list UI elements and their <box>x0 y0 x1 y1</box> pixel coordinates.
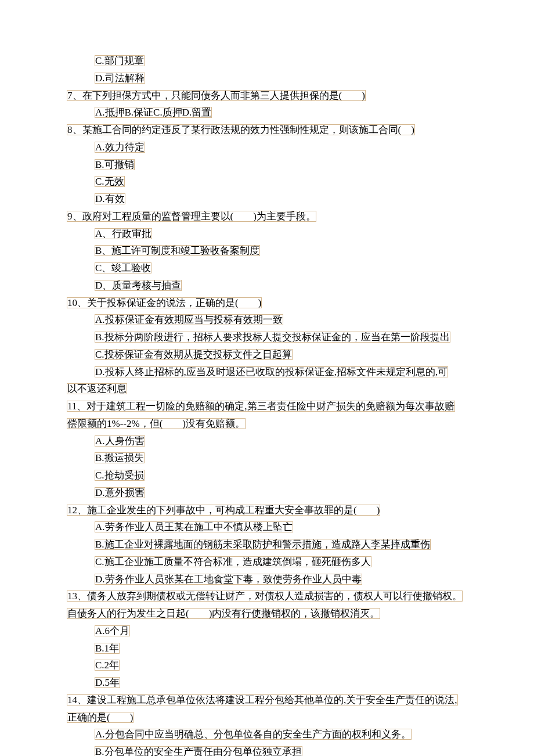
question-14-stem-l2: 正确的是( ) <box>67 712 134 723</box>
question-13-stem-l1: 13、债务人放弃到期债权或无偿转让财产，对债权人造成损害的，债权人可以行使撤销权… <box>67 591 463 602</box>
option-12b: B.施工企业对裸露地面的钢筋未采取防护和警示措施，造成路人李某摔成重伤 <box>95 539 431 550</box>
option-12a: A.劳务作业人员王某在施工中不慎从楼上坠亡 <box>95 521 293 532</box>
option-9c: C、竣工验收 <box>95 262 151 273</box>
option-10b: B.投标分两阶段进行，招标人要求投标人提交投标保证金的，应当在第一阶段提出 <box>95 332 450 343</box>
option-14a: A.分包合同中应当明确总、分包单位各自的安全生产方面的权利和义务。 <box>95 729 412 740</box>
question-11-stem-l1: 11、对于建筑工程一切险的免赔额的确定,第三者责任险中财产损失的免赔额为每次事故… <box>67 401 455 412</box>
option-11d: D.意外损害 <box>95 487 145 498</box>
option-9a: A、行政审批 <box>95 228 152 239</box>
option-13d: D.5年 <box>95 677 120 688</box>
option-8c: C.无效 <box>95 176 125 187</box>
option-8b: B.可撤销 <box>95 159 135 170</box>
question-8-stem: 8、某施工合同的约定违反了某行政法规的效力性强制性规定，则该施工合同( ) <box>67 124 415 135</box>
option-8a: A.效力待定 <box>95 142 145 153</box>
question-14-stem-l1: 14、建设工程施工总承包单位依法将建设工程分包给其他单位的,关于安全生产责任的说… <box>67 694 458 705</box>
option-6d: D.司法解释 <box>95 73 145 84</box>
option-8d: D.有效 <box>95 193 125 204</box>
question-11-stem-l2: 偿限额的1%--2%，但( )没有免赔额。 <box>67 418 246 429</box>
option-9d: D、质量考核与抽查 <box>95 280 182 291</box>
option-11a: A.人身伤害 <box>95 435 145 447</box>
option-13a: A.6个月 <box>95 625 130 636</box>
option-11c: C.抢劫受损 <box>95 470 145 481</box>
option-7-all: A.抵押B.保证C.质押D.留置 <box>95 107 212 118</box>
option-6c: C.部门规章 <box>95 55 145 66</box>
question-12-stem: 12、施工企业发生的下列事故中，可构成工程重大安全事故罪的是( ) <box>67 505 380 516</box>
option-10d-l1: D.投标人终止招标的,应当及时退还已收取的投标保证金,招标文件未规定利息的,可 <box>95 366 448 377</box>
question-9-stem: 9、政府对工程质量的监督管理主要以( )为主要手段。 <box>67 211 316 222</box>
question-7-stem: 7、在下列担保方式中，只能同债务人而非第三人提供担保的是( ) <box>67 90 366 101</box>
option-11b: B.搬运损失 <box>95 452 145 463</box>
option-12c: C.施工企业施工质量不符合标准，造成建筑倒塌，砸死砸伤多人 <box>95 556 371 567</box>
option-13b: B.1年 <box>95 643 120 654</box>
option-10d-l2: 以不返还利息 <box>67 383 127 394</box>
question-13-stem-l2: 自债务人的行为发生之日起( )内没有行使撤销权的，该撤销权消灭。 <box>67 608 380 619</box>
option-12d: D.劳务作业人员张某在工地食堂下毒，致使劳务作业人员中毒 <box>95 574 362 585</box>
option-13c: C.2年 <box>95 660 120 671</box>
option-10a: A.投标保证金有效期应当与投标有效期一致 <box>95 314 283 325</box>
option-14b: B.分包单位的安全生产责任由分包单位独立承担 <box>95 746 302 756</box>
option-9b: B、施工许可制度和竣工验收备案制度 <box>95 245 260 256</box>
question-10-stem: 10、关于投标保证金的说法，正确的是( ) <box>67 297 262 308</box>
option-10c: C.投标保证金有效期从提交投标文件之日起算 <box>95 349 293 360</box>
